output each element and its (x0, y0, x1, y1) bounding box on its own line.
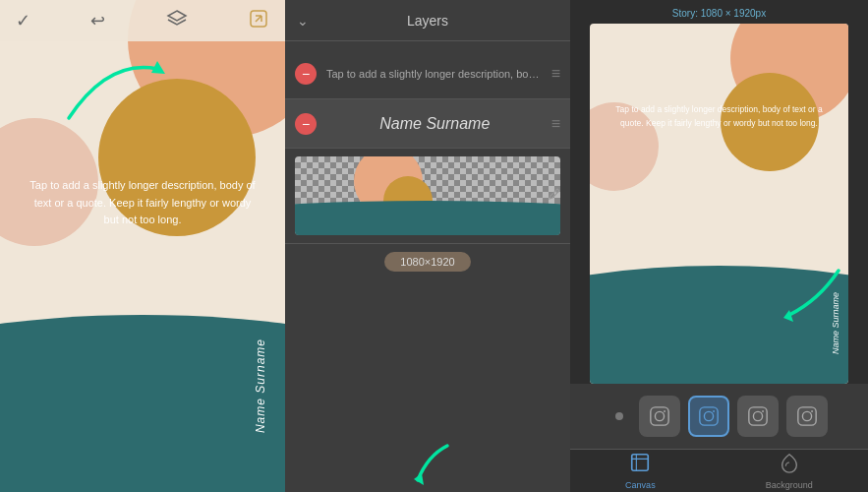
canvas-tab-icon (629, 452, 651, 478)
layers-icon[interactable] (166, 8, 188, 34)
layer-edit-icon[interactable] (547, 186, 562, 205)
layer-image-preview (295, 156, 560, 235)
panel1-phone-preview: ✓ ↩ Tap to add a slightly longer descrip… (0, 0, 285, 492)
thumbnail-row (570, 384, 868, 449)
thumb-instagram-3[interactable] (737, 396, 779, 437)
panel1-name: Name Surname (254, 338, 267, 433)
thumb-dot (615, 412, 623, 420)
svg-point-9 (704, 411, 713, 420)
panel1-toolbar: ✓ ↩ (0, 0, 285, 41)
panel2-layers-panel: ⌄ Layers − Tap to add a slightly longer … (285, 0, 570, 492)
svg-rect-8 (699, 407, 717, 425)
svg-point-13 (762, 410, 764, 412)
svg-point-16 (811, 410, 813, 412)
panel1-body-text: Tap to add a slightly longer description… (0, 177, 285, 229)
layer-canvas-badge: 1080×1920 (384, 252, 470, 272)
background-tab-icon (779, 452, 800, 478)
layer-item-canvas[interactable]: 1080×1920 (285, 243, 570, 279)
svg-rect-5 (650, 407, 667, 425)
panel3-bottom-toolbar: Canvas Background (570, 384, 868, 492)
tab-background[interactable]: Background (766, 452, 813, 490)
panel2-arrow (388, 436, 467, 490)
thumb-instagram-1[interactable] (639, 396, 680, 437)
svg-rect-11 (748, 407, 766, 425)
undo-icon[interactable]: ↩ (90, 10, 105, 31)
panel2-arrow-container (285, 433, 570, 492)
layers-list: − Tap to add a slightly longer descripti… (285, 41, 570, 433)
story-size-label: Story: 1080 × 1920px (672, 8, 766, 19)
layers-header: ⌄ Layers (285, 0, 570, 41)
layer-drag-handle-name[interactable]: ≡ (551, 115, 560, 133)
background-tab-label: Background (766, 480, 813, 490)
panel3-canvas-view: Story: 1080 × 1920px Tap to add a slight… (570, 0, 868, 492)
layer-remove-text-button[interactable]: − (295, 63, 317, 85)
layer-item-image[interactable] (285, 148, 570, 243)
thumb-instagram-4[interactable] (786, 396, 828, 437)
thumb-spacer (611, 396, 631, 437)
svg-line-2 (555, 191, 557, 193)
svg-rect-17 (632, 455, 649, 471)
teal-wave-shape (0, 315, 285, 492)
layer-name-label: Name Surname (326, 115, 544, 133)
canvas-preview-name: Name Surname (831, 292, 840, 354)
canvas-preview: Tap to add a slightly longer description… (590, 24, 848, 384)
svg-point-15 (802, 411, 811, 420)
layer-text-label: Tap to add a slightly longer description… (326, 68, 544, 80)
chevron-down-icon[interactable]: ⌄ (297, 13, 309, 29)
svg-point-6 (655, 411, 664, 420)
canvas-preview-text: Tap to add a slightly longer description… (590, 102, 848, 131)
check-icon[interactable]: ✓ (16, 10, 30, 31)
layer-remove-name-button[interactable]: − (295, 113, 317, 135)
canvas-area: Story: 1080 × 1920px Tap to add a slight… (570, 0, 868, 384)
panel1-background (0, 0, 285, 492)
layer-item-text[interactable]: − Tap to add a slightly longer descripti… (285, 49, 570, 98)
cp-teal-shape (590, 266, 848, 384)
layer-item-name[interactable]: − Name Surname ≡ (285, 98, 570, 148)
tab-canvas[interactable]: Canvas (625, 452, 656, 490)
canvas-tab-label: Canvas (625, 480, 656, 490)
svg-point-12 (753, 411, 762, 420)
panel3-tab-bar: Canvas Background (570, 449, 868, 492)
layers-title: Layers (407, 13, 448, 29)
thumb-instagram-2[interactable] (688, 396, 729, 437)
svg-point-10 (713, 410, 715, 412)
svg-rect-14 (797, 407, 815, 425)
export-icon[interactable] (248, 8, 269, 34)
svg-point-7 (664, 410, 665, 412)
layer-drag-handle-text[interactable]: ≡ (551, 65, 560, 83)
